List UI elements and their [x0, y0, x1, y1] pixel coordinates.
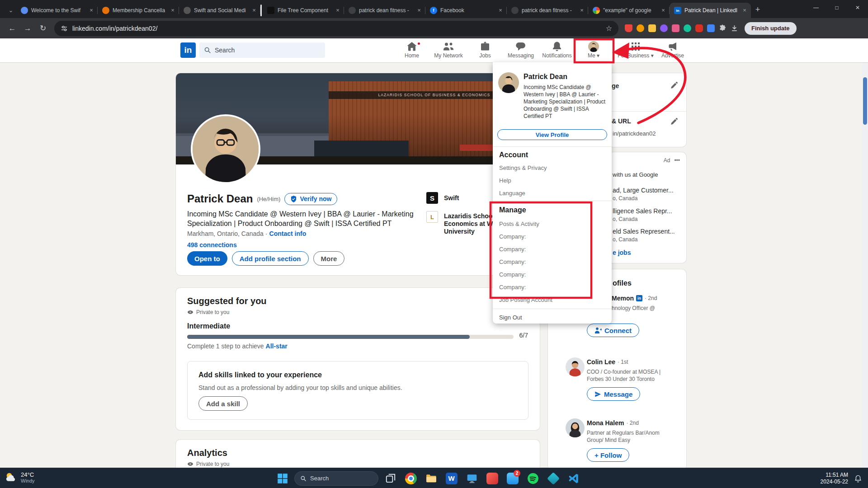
reload-button[interactable]: ↻ [35, 21, 51, 36]
tab-close-icon[interactable]: × [660, 7, 667, 14]
tab-close-icon[interactable]: × [741, 7, 748, 14]
browser-tab[interactable]: patrick dean fitness - × [507, 3, 588, 18]
taskbar-diamond-app[interactable] [545, 470, 561, 487]
open-to-button[interactable]: Open to [187, 251, 227, 266]
taskbar-chrome[interactable] [402, 470, 419, 487]
add-skill-button[interactable]: Add a skill [198, 396, 248, 411]
tab-close-icon[interactable]: × [497, 7, 504, 14]
nav-advertise[interactable]: Advertise [655, 41, 690, 62]
nav-notifications[interactable]: Notifications [539, 41, 575, 62]
extension-icon[interactable] [637, 24, 644, 32]
browser-tab[interactable]: Swift and Social Medi × [179, 3, 260, 18]
taskbar-spotify[interactable] [524, 470, 541, 487]
puzzle-extensions-icon[interactable] [719, 24, 726, 32]
add-profile-section-button[interactable]: Add profile section [232, 251, 309, 266]
finish-update-button[interactable]: Finish update [745, 22, 797, 35]
person-name[interactable]: Colin Lee· 1st [587, 358, 628, 366]
nav-jobs[interactable]: Jobs [467, 41, 503, 62]
nav-home[interactable]: Home [394, 41, 430, 62]
browser-tab[interactable]: f Facebook × [425, 3, 507, 18]
tab-close-icon[interactable]: × [578, 7, 585, 14]
connect-button[interactable]: Connect [587, 324, 639, 337]
follow-button[interactable]: + Follow [587, 448, 629, 462]
taskbar-search[interactable]: Search [294, 471, 378, 486]
browser-tab[interactable]: "example" of google × [588, 3, 670, 18]
company-item[interactable]: Company: [499, 284, 526, 291]
nav-me[interactable]: Me ▾ [576, 41, 612, 62]
edit-pencil-icon[interactable] [670, 81, 678, 90]
contact-info-link[interactable]: Contact info [269, 230, 307, 237]
task-view-button[interactable] [382, 470, 399, 487]
weather-widget[interactable]: 24°C Windy [5, 471, 35, 483]
job-posting-account-item[interactable]: Job Posting Account [499, 296, 552, 303]
extension-icon[interactable] [672, 24, 679, 32]
forward-button[interactable]: → [20, 21, 35, 36]
abp-extension-icon[interactable] [695, 24, 703, 32]
help-item[interactable]: Help [499, 177, 511, 184]
taskbar-store-app[interactable]: 2 [504, 470, 521, 487]
close-button[interactable]: ✕ [847, 0, 868, 15]
verify-now-button[interactable]: Verify now [284, 193, 337, 205]
message-button[interactable]: Message [587, 387, 640, 401]
person-name[interactable]: Memon in · 2nd [612, 295, 657, 302]
download-icon[interactable] [731, 24, 738, 32]
more-button[interactable]: More [313, 251, 345, 266]
browser-tab[interactable]: File Tree Component × [263, 3, 344, 18]
adblock-extension-icon[interactable] [625, 24, 632, 32]
ad-job-title[interactable]: ad, Large Customer... [613, 187, 674, 194]
tab-close-icon[interactable]: × [169, 7, 176, 14]
page-scrollbar[interactable] [862, 62, 868, 468]
minimize-button[interactable]: — [806, 0, 826, 15]
nav-for-business[interactable]: For Business ▾ [616, 41, 655, 62]
extension-icon[interactable] [648, 24, 656, 32]
tab-close-icon[interactable]: × [415, 7, 423, 14]
linkedin-logo[interactable]: in [180, 42, 196, 58]
all-star-link[interactable]: All-star [266, 343, 288, 350]
notification-bell-icon[interactable] [854, 474, 863, 483]
extension-icon[interactable] [707, 24, 715, 32]
company-item[interactable]: Company: [499, 258, 526, 265]
settings-privacy-item[interactable]: Settings & Privacy [499, 164, 547, 171]
site-info-icon[interactable] [61, 25, 68, 32]
tab-close-icon[interactable]: × [334, 7, 341, 14]
maximize-button[interactable]: □ [826, 0, 847, 15]
browser-tab[interactable]: Welcome to the Swif × [16, 3, 98, 18]
taskbar-file-explorer[interactable] [423, 470, 439, 487]
ad-job-title[interactable]: eld Sales Represent... [613, 228, 675, 235]
see-jobs-link[interactable]: e jobs [613, 249, 631, 256]
browser-tab[interactable]: patrick dean fitness - × [344, 3, 425, 18]
person-name[interactable]: Mona Halem· 2nd [587, 419, 639, 427]
language-item[interactable]: Language [499, 190, 525, 197]
edit-pencil-icon[interactable] [670, 117, 678, 126]
person-avatar[interactable] [566, 357, 585, 376]
search-input[interactable]: Search [199, 42, 325, 58]
address-bar[interactable]: linkedin.com/in/patrickdean02/ ☆ [54, 21, 618, 36]
company-item[interactable]: Company: [499, 271, 526, 278]
extension-icon[interactable] [660, 24, 668, 32]
connections-link[interactable]: 498 connections [187, 241, 237, 249]
taskbar-monitor-app[interactable] [463, 470, 480, 487]
person-avatar[interactable] [566, 418, 585, 437]
tab-close-icon[interactable]: × [88, 7, 95, 14]
taskbar-vscode[interactable] [565, 470, 582, 487]
nav-messaging[interactable]: Messaging [503, 41, 539, 62]
start-button[interactable] [274, 470, 291, 487]
taskbar-clock[interactable]: 11:51 AM 2024-05-22 [821, 472, 848, 485]
tab-close-icon[interactable]: × [250, 7, 258, 14]
ad-job-title[interactable]: lligence Sales Repr... [613, 207, 672, 215]
new-tab-button[interactable]: + [751, 5, 764, 14]
ad-menu-icon[interactable]: ••• [674, 157, 680, 164]
nav-my-network[interactable]: My Network [430, 41, 467, 62]
taskbar-word[interactable]: W [443, 470, 460, 487]
company-item[interactable]: Company: [499, 233, 526, 240]
company-item[interactable]: Company: [499, 246, 526, 253]
tab-search-icon[interactable]: ⌄ [5, 7, 16, 14]
taskbar-red-app[interactable] [484, 470, 500, 487]
back-button[interactable]: ← [5, 21, 20, 36]
url-text[interactable]: linkedin.com/in/patrickdean02/ [72, 25, 601, 32]
bookmark-star-icon[interactable]: ☆ [606, 24, 612, 33]
view-profile-button[interactable]: View Profile [497, 129, 607, 140]
profile-photo[interactable] [191, 114, 260, 184]
grammarly-extension-icon[interactable] [684, 24, 691, 32]
scrollbar-thumb[interactable] [863, 77, 867, 125]
